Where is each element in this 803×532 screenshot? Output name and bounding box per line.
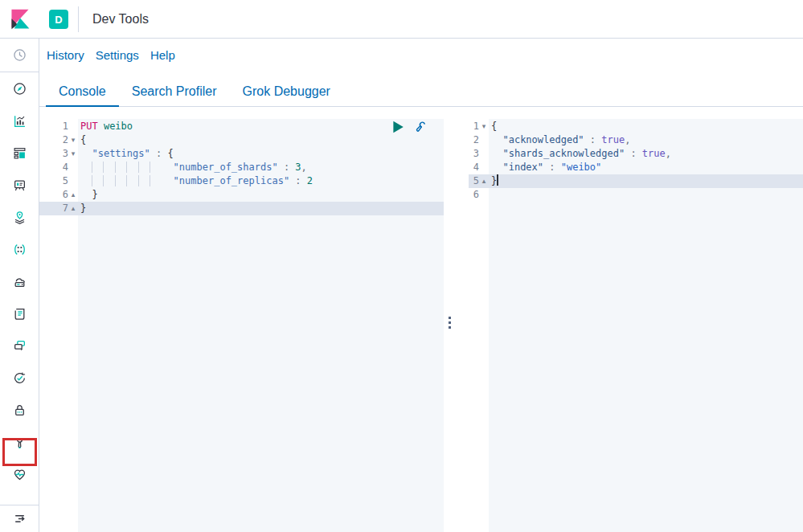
code-text: PUT weibo [78,120,444,133]
fold-marker-icon[interactable]: ▴ [68,202,78,215]
map-pin-icon [13,211,27,224]
breadcrumb: Dev Tools [92,0,149,39]
code-line: 5▴} [469,174,803,188]
code-line: 7▴} [39,202,444,215]
sidebar-item-canvas[interactable] [0,169,39,201]
fold-spacer [479,147,489,161]
dashboard-icon [13,146,27,160]
menu-right-icon [13,512,27,526]
fold-spacer [68,120,78,133]
code-line: 3 "shards_acknowledged" : true, [469,147,803,161]
line-number: 3 [39,147,68,161]
fold-marker-icon[interactable]: ▴ [479,174,489,188]
sidebar-item-uptime[interactable] [0,362,39,394]
sidebar-item-stack-monitoring[interactable] [0,458,39,490]
fold-marker-icon[interactable]: ▾ [479,120,489,133]
code-line: 6▴ } [39,188,444,202]
code-line: 4 "number_of_shards" : 3, [39,161,444,174]
lock-icon [13,403,27,417]
fold-spacer [479,133,489,147]
request-options-wrench-icon[interactable] [413,120,428,134]
tab-console[interactable]: Console [46,77,119,107]
ml-braces-icon [13,243,27,256]
cloud-server-icon [13,275,27,289]
console-menu: History Settings Help [47,45,175,64]
text-cursor [497,174,498,186]
code-line: 1▾{ [469,120,803,133]
line-number: 5 [469,174,479,188]
fold-spacer [479,161,489,174]
line-number: 7 [39,202,68,215]
sidebar-item-dashboard[interactable] [0,137,39,169]
line-number: 1 [469,120,479,133]
gutter-cell: 1 [39,120,78,133]
code-text: { [489,120,803,133]
sidebar-collapse-button[interactable] [0,505,39,532]
clock-icon [13,48,27,62]
kibana-logo-icon[interactable] [10,9,31,30]
help-link[interactable]: Help [150,48,175,62]
tab-search-profiler[interactable]: Search Profiler [119,77,230,107]
sidebar-item-maps[interactable] [0,201,39,233]
sidebar-item-siem[interactable] [0,394,39,426]
stacked-panels-icon [13,339,27,353]
easel-icon [13,178,27,192]
panel-resize-handle[interactable] [444,119,469,532]
sidebar-item-discover[interactable] [0,72,39,104]
line-number: 2 [469,133,479,147]
code-text: "index" : "weibo" [489,161,803,174]
gutter-cell: 5 [39,174,78,188]
heartbeat-icon [13,468,27,481]
code-text: "settings" : { [78,147,444,161]
breadcrumb-separator [78,6,79,32]
history-link[interactable]: History [47,48,84,62]
gutter-cell: 5▴ [469,174,489,188]
fold-spacer [479,188,489,202]
line-number: 5 [39,174,68,188]
code-text: "shards_acknowledged" : true, [489,147,803,161]
gutter-cell: 7▴ [39,202,78,215]
settings-link[interactable]: Settings [96,48,139,62]
fold-spacer [68,161,78,174]
line-number: 6 [39,188,68,202]
line-number: 4 [469,161,479,174]
code-line: 2 "acknowledged" : true, [469,133,803,147]
code-line: 4 "index" : "weibo" [469,161,803,174]
compass-icon [13,82,27,96]
sidebar-item-dev-tools[interactable] [0,426,39,458]
gutter-cell: 4 [469,161,489,174]
request-editor[interactable]: 1PUT weibo2▾{3▾ "settings" : {4 "number_… [39,119,444,532]
sidebar-item-recently-viewed[interactable] [0,39,39,72]
sidebar-item-logs[interactable] [0,297,39,329]
gutter-cell: 2▾ [39,133,78,147]
fold-marker-icon[interactable]: ▾ [68,147,78,161]
tab-grok-debugger[interactable]: Grok Debugger [230,77,343,107]
line-number: 6 [469,188,479,202]
code-text: } [489,174,803,188]
code-line: 3▾ "settings" : { [39,147,444,161]
fold-marker-icon[interactable]: ▾ [68,133,78,147]
fold-spacer [68,174,78,188]
resize-grip-icon [449,317,451,329]
fold-marker-icon[interactable]: ▴ [68,188,78,202]
code-line: 1PUT weibo [39,120,444,133]
sidebar-item-machine-learning[interactable] [0,233,39,265]
code-text: "number_of_replicas" : 2 [78,174,444,188]
send-request-play-icon[interactable] [391,120,405,134]
code-text: { [78,133,444,147]
gutter-cell: 3 [469,147,489,161]
uptime-check-icon [13,371,27,385]
gutter-cell: 6▴ [39,188,78,202]
devtools-tabbar: Console Search Profiler Grok Debugger [39,77,803,107]
line-number: 2 [39,133,68,147]
sidebar-item-visualize[interactable] [0,104,39,137]
code-text: "number_of_shards" : 3, [78,161,444,174]
gutter-cell: 3▾ [39,147,78,161]
response-editor[interactable]: 1▾{2 "acknowledged" : true,3 "shards_ack… [469,119,803,532]
code-text: } [78,202,444,215]
gutter-cell: 1▾ [469,120,489,133]
code-text [489,188,803,202]
sidebar-item-apm[interactable] [0,329,39,362]
gutter-cell: 4 [39,161,78,174]
sidebar-item-metrics[interactable] [0,265,39,297]
